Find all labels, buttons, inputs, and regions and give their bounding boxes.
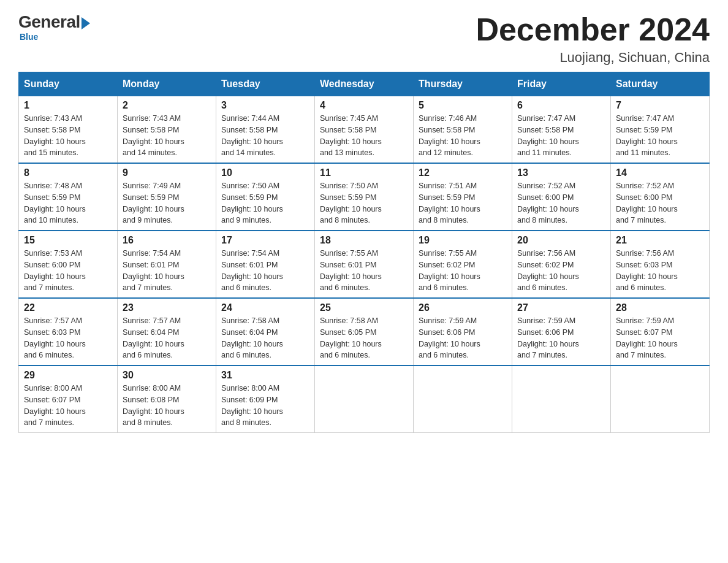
day-info: Sunrise: 7:47 AM Sunset: 5:59 PM Dayligh… bbox=[616, 113, 704, 159]
day-header-thursday: Thursday bbox=[414, 72, 512, 96]
day-number: 19 bbox=[419, 235, 507, 246]
day-number: 17 bbox=[221, 235, 309, 246]
day-info: Sunrise: 7:55 AM Sunset: 6:01 PM Dayligh… bbox=[320, 248, 408, 294]
day-number: 20 bbox=[517, 235, 605, 246]
calendar-cell: 17 Sunrise: 7:54 AM Sunset: 6:01 PM Dayl… bbox=[216, 231, 315, 298]
day-info: Sunrise: 7:43 AM Sunset: 5:58 PM Dayligh… bbox=[123, 113, 211, 159]
day-header-sunday: Sunday bbox=[19, 72, 118, 96]
day-number: 12 bbox=[419, 167, 507, 178]
day-number: 27 bbox=[517, 302, 605, 313]
calendar-header-row: SundayMondayTuesdayWednesdayThursdayFrid… bbox=[19, 72, 710, 96]
day-header-wednesday: Wednesday bbox=[315, 72, 414, 96]
day-number: 26 bbox=[419, 302, 507, 313]
day-info: Sunrise: 7:54 AM Sunset: 6:01 PM Dayligh… bbox=[123, 248, 211, 294]
day-number: 22 bbox=[24, 302, 112, 313]
calendar-cell: 30 Sunrise: 8:00 AM Sunset: 6:08 PM Dayl… bbox=[118, 366, 216, 433]
day-number: 21 bbox=[616, 235, 704, 246]
month-year-title: December 2024 bbox=[476, 12, 710, 47]
calendar-cell: 29 Sunrise: 8:00 AM Sunset: 6:07 PM Dayl… bbox=[19, 366, 118, 433]
calendar-cell: 27 Sunrise: 7:59 AM Sunset: 6:06 PM Dayl… bbox=[512, 298, 611, 366]
day-info: Sunrise: 7:59 AM Sunset: 6:07 PM Dayligh… bbox=[616, 315, 704, 361]
day-info: Sunrise: 7:46 AM Sunset: 5:58 PM Dayligh… bbox=[419, 113, 507, 159]
day-info: Sunrise: 7:58 AM Sunset: 6:05 PM Dayligh… bbox=[320, 315, 408, 361]
calendar-cell: 24 Sunrise: 7:58 AM Sunset: 6:04 PM Dayl… bbox=[216, 298, 315, 366]
day-info: Sunrise: 7:55 AM Sunset: 6:02 PM Dayligh… bbox=[419, 248, 507, 294]
day-number: 2 bbox=[123, 100, 211, 111]
day-header-monday: Monday bbox=[118, 72, 216, 96]
day-info: Sunrise: 7:52 AM Sunset: 6:00 PM Dayligh… bbox=[517, 180, 605, 226]
calendar-cell: 28 Sunrise: 7:59 AM Sunset: 6:07 PM Dayl… bbox=[611, 298, 710, 366]
day-number: 1 bbox=[24, 100, 112, 111]
day-info: Sunrise: 7:56 AM Sunset: 6:02 PM Dayligh… bbox=[517, 248, 605, 294]
logo: General Blue bbox=[18, 12, 90, 42]
day-info: Sunrise: 7:56 AM Sunset: 6:03 PM Dayligh… bbox=[616, 248, 704, 294]
calendar-cell: 14 Sunrise: 7:52 AM Sunset: 6:00 PM Dayl… bbox=[611, 163, 710, 231]
day-info: Sunrise: 8:00 AM Sunset: 6:07 PM Dayligh… bbox=[24, 383, 112, 429]
calendar-week-row: 8 Sunrise: 7:48 AM Sunset: 5:59 PM Dayli… bbox=[19, 163, 710, 231]
day-number: 13 bbox=[517, 167, 605, 178]
day-info: Sunrise: 7:48 AM Sunset: 5:59 PM Dayligh… bbox=[24, 180, 112, 226]
day-number: 23 bbox=[123, 302, 211, 313]
day-info: Sunrise: 8:00 AM Sunset: 6:08 PM Dayligh… bbox=[123, 383, 211, 429]
calendar-cell: 12 Sunrise: 7:51 AM Sunset: 5:59 PM Dayl… bbox=[414, 163, 512, 231]
day-header-friday: Friday bbox=[512, 72, 611, 96]
calendar-cell: 26 Sunrise: 7:59 AM Sunset: 6:06 PM Dayl… bbox=[414, 298, 512, 366]
day-info: Sunrise: 7:51 AM Sunset: 5:59 PM Dayligh… bbox=[419, 180, 507, 226]
calendar-cell: 5 Sunrise: 7:46 AM Sunset: 5:58 PM Dayli… bbox=[414, 96, 512, 164]
day-number: 3 bbox=[221, 100, 309, 111]
calendar-week-row: 29 Sunrise: 8:00 AM Sunset: 6:07 PM Dayl… bbox=[19, 366, 710, 433]
day-number: 6 bbox=[517, 100, 605, 111]
day-number: 29 bbox=[24, 370, 112, 381]
day-info: Sunrise: 7:59 AM Sunset: 6:06 PM Dayligh… bbox=[419, 315, 507, 361]
day-number: 14 bbox=[616, 167, 704, 178]
day-number: 9 bbox=[123, 167, 211, 178]
day-info: Sunrise: 7:50 AM Sunset: 5:59 PM Dayligh… bbox=[320, 180, 408, 226]
logo-blue-text: Blue bbox=[20, 32, 38, 42]
location-subtitle: Luojiang, Sichuan, China bbox=[476, 50, 710, 66]
page-header: General Blue December 2024 Luojiang, Sic… bbox=[18, 12, 710, 66]
day-number: 4 bbox=[320, 100, 408, 111]
day-info: Sunrise: 7:45 AM Sunset: 5:58 PM Dayligh… bbox=[320, 113, 408, 159]
calendar-cell: 4 Sunrise: 7:45 AM Sunset: 5:58 PM Dayli… bbox=[315, 96, 414, 164]
calendar-cell bbox=[414, 366, 512, 433]
day-number: 30 bbox=[123, 370, 211, 381]
day-info: Sunrise: 7:43 AM Sunset: 5:58 PM Dayligh… bbox=[24, 113, 112, 159]
calendar-cell: 31 Sunrise: 8:00 AM Sunset: 6:09 PM Dayl… bbox=[216, 366, 315, 433]
calendar-cell: 25 Sunrise: 7:58 AM Sunset: 6:05 PM Dayl… bbox=[315, 298, 414, 366]
calendar-week-row: 1 Sunrise: 7:43 AM Sunset: 5:58 PM Dayli… bbox=[19, 96, 710, 164]
calendar-cell: 3 Sunrise: 7:44 AM Sunset: 5:58 PM Dayli… bbox=[216, 96, 315, 164]
calendar-cell: 9 Sunrise: 7:49 AM Sunset: 5:59 PM Dayli… bbox=[118, 163, 216, 231]
logo-arrow-icon bbox=[82, 17, 90, 29]
calendar-cell: 2 Sunrise: 7:43 AM Sunset: 5:58 PM Dayli… bbox=[118, 96, 216, 164]
day-info: Sunrise: 7:54 AM Sunset: 6:01 PM Dayligh… bbox=[221, 248, 309, 294]
calendar-cell: 13 Sunrise: 7:52 AM Sunset: 6:00 PM Dayl… bbox=[512, 163, 611, 231]
day-info: Sunrise: 7:50 AM Sunset: 5:59 PM Dayligh… bbox=[221, 180, 309, 226]
day-number: 15 bbox=[24, 235, 112, 246]
day-info: Sunrise: 7:52 AM Sunset: 6:00 PM Dayligh… bbox=[616, 180, 704, 226]
day-info: Sunrise: 7:49 AM Sunset: 5:59 PM Dayligh… bbox=[123, 180, 211, 226]
day-number: 28 bbox=[616, 302, 704, 313]
day-info: Sunrise: 7:53 AM Sunset: 6:00 PM Dayligh… bbox=[24, 248, 112, 294]
day-number: 31 bbox=[221, 370, 309, 381]
calendar-week-row: 15 Sunrise: 7:53 AM Sunset: 6:00 PM Dayl… bbox=[19, 231, 710, 298]
day-info: Sunrise: 7:58 AM Sunset: 6:04 PM Dayligh… bbox=[221, 315, 309, 361]
calendar-cell: 15 Sunrise: 7:53 AM Sunset: 6:00 PM Dayl… bbox=[19, 231, 118, 298]
day-number: 7 bbox=[616, 100, 704, 111]
calendar-cell bbox=[512, 366, 611, 433]
day-info: Sunrise: 7:57 AM Sunset: 6:03 PM Dayligh… bbox=[24, 315, 112, 361]
logo-general-text: General bbox=[18, 12, 80, 32]
calendar-cell bbox=[611, 366, 710, 433]
calendar-cell: 16 Sunrise: 7:54 AM Sunset: 6:01 PM Dayl… bbox=[118, 231, 216, 298]
day-number: 18 bbox=[320, 235, 408, 246]
day-info: Sunrise: 7:47 AM Sunset: 5:58 PM Dayligh… bbox=[517, 113, 605, 159]
calendar-cell: 23 Sunrise: 7:57 AM Sunset: 6:04 PM Dayl… bbox=[118, 298, 216, 366]
day-number: 5 bbox=[419, 100, 507, 111]
calendar-week-row: 22 Sunrise: 7:57 AM Sunset: 6:03 PM Dayl… bbox=[19, 298, 710, 366]
calendar-cell: 7 Sunrise: 7:47 AM Sunset: 5:59 PM Dayli… bbox=[611, 96, 710, 164]
day-number: 11 bbox=[320, 167, 408, 178]
calendar-cell: 6 Sunrise: 7:47 AM Sunset: 5:58 PM Dayli… bbox=[512, 96, 611, 164]
day-number: 24 bbox=[221, 302, 309, 313]
calendar-cell: 19 Sunrise: 7:55 AM Sunset: 6:02 PM Dayl… bbox=[414, 231, 512, 298]
day-header-tuesday: Tuesday bbox=[216, 72, 315, 96]
day-info: Sunrise: 7:44 AM Sunset: 5:58 PM Dayligh… bbox=[221, 113, 309, 159]
